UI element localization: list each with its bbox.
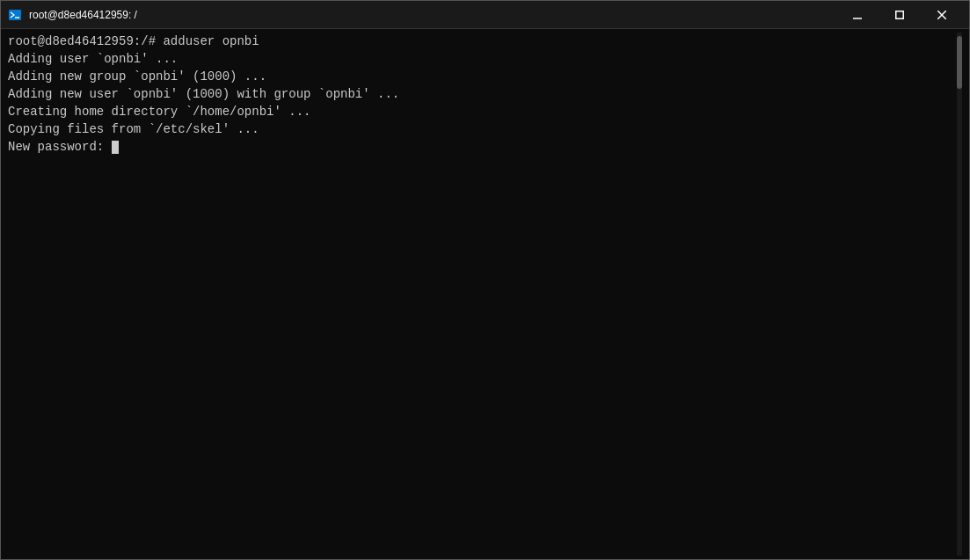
cursor bbox=[112, 141, 119, 154]
terminal-output: root@d8ed46412959:/# adduser opnbi Addin… bbox=[8, 33, 957, 556]
svg-rect-0 bbox=[9, 10, 21, 20]
terminal-body[interactable]: root@d8ed46412959:/# adduser opnbi Addin… bbox=[1, 29, 969, 559]
close-button[interactable] bbox=[922, 1, 962, 29]
minimize-button[interactable] bbox=[837, 1, 878, 29]
maximize-button[interactable] bbox=[879, 1, 920, 29]
terminal-window: root@d8ed46412959: / root@d8ed4641 bbox=[0, 0, 970, 560]
window-title: root@d8ed46412959: / bbox=[29, 9, 137, 21]
scrollbar[interactable] bbox=[957, 33, 962, 556]
window-controls bbox=[837, 1, 962, 29]
scrollbar-thumb[interactable] bbox=[957, 36, 962, 89]
title-bar: root@d8ed46412959: / bbox=[1, 1, 969, 29]
terminal-icon bbox=[8, 8, 22, 22]
svg-rect-3 bbox=[896, 11, 904, 18]
title-bar-left: root@d8ed46412959: / bbox=[8, 8, 137, 22]
